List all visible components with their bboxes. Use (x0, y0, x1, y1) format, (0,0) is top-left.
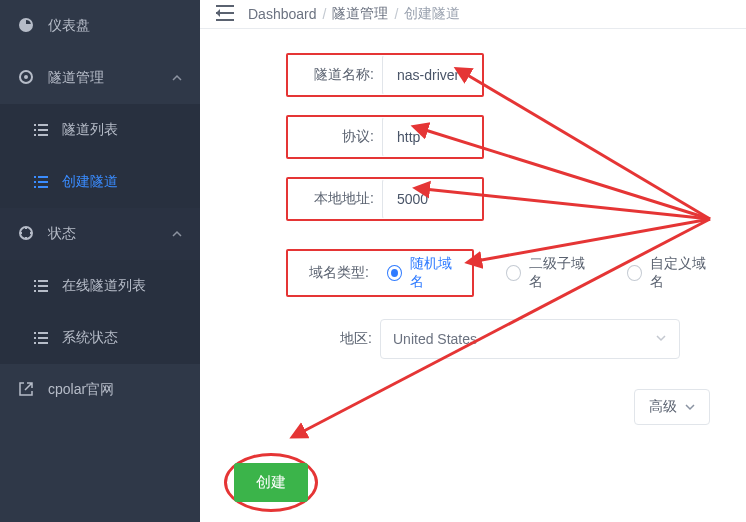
svg-rect-2 (34, 124, 36, 126)
breadcrumb-tunnel-mgmt[interactable]: 隧道管理 (332, 5, 388, 23)
svg-rect-20 (38, 290, 48, 292)
svg-rect-9 (38, 176, 48, 178)
row-region: 地区: United States (286, 319, 716, 359)
label-domain-type: 域名类型: (288, 264, 377, 282)
advanced-label: 高级 (649, 398, 677, 416)
sidebar-item-system-status[interactable]: 系统状态 (0, 312, 200, 364)
select-region-value: United States (393, 331, 477, 347)
sidebar-item-label: 隧道管理 (48, 69, 104, 87)
status-icon (18, 225, 34, 244)
chevron-down-icon (655, 331, 667, 347)
select-protocol[interactable]: http (382, 117, 482, 157)
svg-rect-5 (38, 129, 48, 131)
sidebar-item-label: cpolar官网 (48, 381, 114, 399)
svg-rect-25 (34, 342, 36, 344)
svg-rect-16 (38, 280, 48, 282)
row-protocol: 协议: http (286, 115, 716, 159)
menu-collapse-icon[interactable] (216, 5, 234, 24)
sidebar-item-online-tunnels[interactable]: 在线隧道列表 (0, 260, 200, 312)
radio-random-domain[interactable]: 随机域名 (387, 255, 462, 291)
row-advanced: 高级 (230, 389, 716, 425)
label-protocol: 协议: (288, 128, 382, 146)
svg-rect-10 (34, 181, 36, 183)
radio-dot-icon (506, 265, 521, 281)
sidebar-item-tunnel-mgmt[interactable]: 隧道管理 (0, 52, 200, 104)
svg-rect-3 (38, 124, 48, 126)
svg-rect-24 (38, 337, 48, 339)
breadcrumb-sep: / (394, 6, 398, 22)
radio-custom-domain[interactable]: 自定义域名 (627, 255, 716, 291)
create-label: 创建 (256, 473, 286, 490)
dashboard-icon (18, 17, 34, 36)
breadcrumb: Dashboard / 隧道管理 / 创建隧道 (248, 5, 460, 23)
svg-rect-4 (34, 129, 36, 131)
select-region[interactable]: United States (380, 319, 680, 359)
svg-rect-6 (34, 134, 36, 136)
svg-rect-23 (34, 337, 36, 339)
svg-point-1 (24, 75, 28, 79)
svg-rect-7 (38, 134, 48, 136)
sidebar-item-label: 仪表盘 (48, 17, 90, 35)
radio-label: 自定义域名 (650, 255, 716, 291)
sidebar-item-status[interactable]: 状态 (0, 208, 200, 260)
sidebar-item-label: 系统状态 (62, 329, 118, 347)
row-local-addr: 本地地址: 5000 (286, 177, 716, 221)
svg-rect-19 (34, 290, 36, 292)
advanced-button[interactable]: 高级 (634, 389, 710, 425)
radio-sub-domain[interactable]: 二级子域名 (506, 255, 595, 291)
sidebar-item-label: 隧道列表 (62, 121, 118, 139)
svg-rect-26 (38, 342, 48, 344)
radio-dot-icon (387, 265, 402, 281)
form-area: 隧道名称: nas-driver 协议: http 本地地址: 5000 域名类… (200, 29, 746, 522)
list-icon (34, 332, 48, 344)
topbar: Dashboard / 隧道管理 / 创建隧道 (200, 0, 746, 29)
breadcrumb-sep: / (323, 6, 327, 22)
sidebar-item-label: 状态 (48, 225, 76, 243)
label-local-addr: 本地地址: (288, 190, 382, 208)
create-wrap: 创建 (234, 463, 308, 502)
list-icon (34, 280, 48, 292)
svg-rect-8 (34, 176, 36, 178)
svg-rect-21 (34, 332, 36, 334)
svg-rect-11 (38, 181, 48, 183)
chevron-up-icon (172, 226, 182, 242)
list-icon (34, 124, 48, 136)
sidebar: 仪表盘 隧道管理 隧道列表 创建隧道 状态 (0, 0, 200, 522)
svg-rect-12 (34, 186, 36, 188)
breadcrumb-create-tunnel: 创建隧道 (404, 5, 460, 23)
input-local-addr[interactable]: 5000 (382, 179, 482, 219)
svg-rect-17 (34, 285, 36, 287)
main: Dashboard / 隧道管理 / 创建隧道 隧道名称: nas-driver… (200, 0, 746, 522)
sidebar-item-dashboard[interactable]: 仪表盘 (0, 0, 200, 52)
input-tunnel-name[interactable]: nas-driver (382, 55, 482, 95)
svg-rect-22 (38, 332, 48, 334)
sidebar-item-label: 在线隧道列表 (62, 277, 146, 295)
radio-dot-icon (627, 265, 642, 281)
row-tunnel-name: 隧道名称: nas-driver (286, 53, 716, 97)
label-tunnel-name: 隧道名称: (288, 66, 382, 84)
sidebar-item-cpolar-site[interactable]: cpolar官网 (0, 364, 200, 416)
chevron-up-icon (172, 70, 182, 86)
svg-rect-13 (38, 186, 48, 188)
external-icon (18, 381, 34, 400)
radio-label: 二级子域名 (529, 255, 595, 291)
chevron-down-icon (685, 399, 695, 415)
sidebar-item-label: 创建隧道 (62, 173, 118, 191)
sidebar-item-create-tunnel[interactable]: 创建隧道 (0, 156, 200, 208)
label-region: 地区: (286, 330, 380, 348)
svg-rect-15 (34, 280, 36, 282)
list-icon (34, 176, 48, 188)
svg-rect-18 (38, 285, 48, 287)
target-icon (18, 69, 34, 88)
sidebar-item-tunnel-list[interactable]: 隧道列表 (0, 104, 200, 156)
breadcrumb-dashboard[interactable]: Dashboard (248, 6, 317, 22)
row-domain-type: 域名类型: 随机域名 二级子域名 自定义域名 (286, 249, 716, 297)
create-button[interactable]: 创建 (234, 463, 308, 502)
radio-label: 随机域名 (410, 255, 462, 291)
